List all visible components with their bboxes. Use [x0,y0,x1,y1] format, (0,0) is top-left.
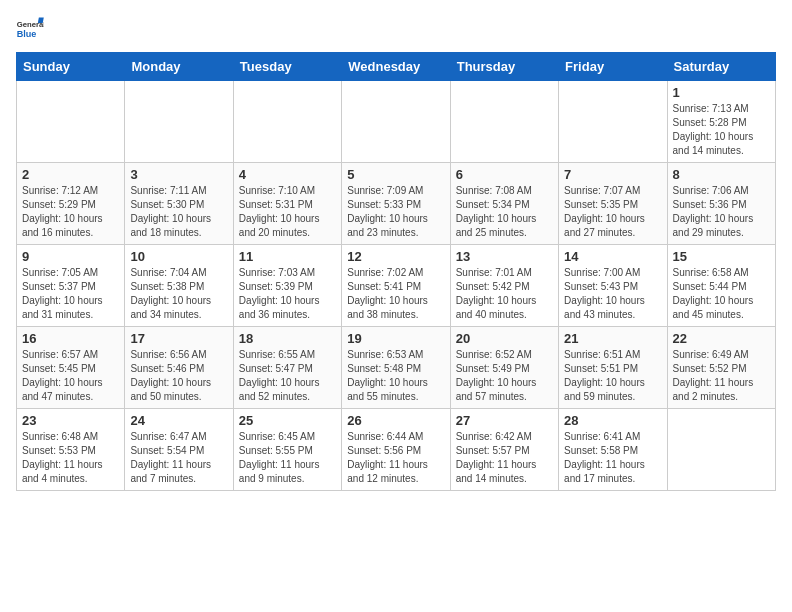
day-number: 23 [22,413,119,428]
week-row-3: 9Sunrise: 7:05 AM Sunset: 5:37 PM Daylig… [17,245,776,327]
day-info: Sunrise: 7:02 AM Sunset: 5:41 PM Dayligh… [347,266,444,322]
col-header-tuesday: Tuesday [233,53,341,81]
calendar-cell: 16Sunrise: 6:57 AM Sunset: 5:45 PM Dayli… [17,327,125,409]
day-number: 19 [347,331,444,346]
day-info: Sunrise: 6:52 AM Sunset: 5:49 PM Dayligh… [456,348,553,404]
day-info: Sunrise: 6:42 AM Sunset: 5:57 PM Dayligh… [456,430,553,486]
day-info: Sunrise: 6:57 AM Sunset: 5:45 PM Dayligh… [22,348,119,404]
day-number: 20 [456,331,553,346]
day-info: Sunrise: 6:56 AM Sunset: 5:46 PM Dayligh… [130,348,227,404]
day-info: Sunrise: 6:41 AM Sunset: 5:58 PM Dayligh… [564,430,661,486]
day-number: 28 [564,413,661,428]
calendar-cell: 6Sunrise: 7:08 AM Sunset: 5:34 PM Daylig… [450,163,558,245]
calendar-cell: 27Sunrise: 6:42 AM Sunset: 5:57 PM Dayli… [450,409,558,491]
day-number: 15 [673,249,770,264]
day-number: 13 [456,249,553,264]
day-info: Sunrise: 7:13 AM Sunset: 5:28 PM Dayligh… [673,102,770,158]
day-info: Sunrise: 7:12 AM Sunset: 5:29 PM Dayligh… [22,184,119,240]
day-number: 21 [564,331,661,346]
day-number: 1 [673,85,770,100]
calendar-cell: 3Sunrise: 7:11 AM Sunset: 5:30 PM Daylig… [125,163,233,245]
day-info: Sunrise: 6:49 AM Sunset: 5:52 PM Dayligh… [673,348,770,404]
calendar-cell: 7Sunrise: 7:07 AM Sunset: 5:35 PM Daylig… [559,163,667,245]
day-info: Sunrise: 7:05 AM Sunset: 5:37 PM Dayligh… [22,266,119,322]
day-number: 24 [130,413,227,428]
calendar-cell: 10Sunrise: 7:04 AM Sunset: 5:38 PM Dayli… [125,245,233,327]
calendar-cell [559,81,667,163]
day-number: 26 [347,413,444,428]
calendar-cell: 19Sunrise: 6:53 AM Sunset: 5:48 PM Dayli… [342,327,450,409]
calendar-cell [450,81,558,163]
calendar-cell [233,81,341,163]
day-info: Sunrise: 6:47 AM Sunset: 5:54 PM Dayligh… [130,430,227,486]
day-number: 25 [239,413,336,428]
week-row-5: 23Sunrise: 6:48 AM Sunset: 5:53 PM Dayli… [17,409,776,491]
day-number: 27 [456,413,553,428]
calendar-cell: 24Sunrise: 6:47 AM Sunset: 5:54 PM Dayli… [125,409,233,491]
calendar-cell: 15Sunrise: 6:58 AM Sunset: 5:44 PM Dayli… [667,245,775,327]
calendar-cell: 2Sunrise: 7:12 AM Sunset: 5:29 PM Daylig… [17,163,125,245]
week-row-4: 16Sunrise: 6:57 AM Sunset: 5:45 PM Dayli… [17,327,776,409]
day-info: Sunrise: 6:45 AM Sunset: 5:55 PM Dayligh… [239,430,336,486]
svg-text:Blue: Blue [17,29,37,39]
day-number: 9 [22,249,119,264]
calendar-cell: 18Sunrise: 6:55 AM Sunset: 5:47 PM Dayli… [233,327,341,409]
day-info: Sunrise: 7:07 AM Sunset: 5:35 PM Dayligh… [564,184,661,240]
day-info: Sunrise: 7:04 AM Sunset: 5:38 PM Dayligh… [130,266,227,322]
calendar-cell: 5Sunrise: 7:09 AM Sunset: 5:33 PM Daylig… [342,163,450,245]
calendar-cell: 1Sunrise: 7:13 AM Sunset: 5:28 PM Daylig… [667,81,775,163]
day-number: 14 [564,249,661,264]
day-info: Sunrise: 7:03 AM Sunset: 5:39 PM Dayligh… [239,266,336,322]
calendar-cell: 14Sunrise: 7:00 AM Sunset: 5:43 PM Dayli… [559,245,667,327]
calendar-cell [342,81,450,163]
col-header-monday: Monday [125,53,233,81]
calendar-cell: 12Sunrise: 7:02 AM Sunset: 5:41 PM Dayli… [342,245,450,327]
calendar-cell: 26Sunrise: 6:44 AM Sunset: 5:56 PM Dayli… [342,409,450,491]
day-info: Sunrise: 6:48 AM Sunset: 5:53 PM Dayligh… [22,430,119,486]
day-info: Sunrise: 7:09 AM Sunset: 5:33 PM Dayligh… [347,184,444,240]
calendar-cell: 9Sunrise: 7:05 AM Sunset: 5:37 PM Daylig… [17,245,125,327]
day-number: 12 [347,249,444,264]
day-info: Sunrise: 6:55 AM Sunset: 5:47 PM Dayligh… [239,348,336,404]
logo: General Blue [16,16,44,44]
week-row-2: 2Sunrise: 7:12 AM Sunset: 5:29 PM Daylig… [17,163,776,245]
day-number: 5 [347,167,444,182]
day-info: Sunrise: 7:00 AM Sunset: 5:43 PM Dayligh… [564,266,661,322]
day-info: Sunrise: 7:10 AM Sunset: 5:31 PM Dayligh… [239,184,336,240]
calendar-cell: 25Sunrise: 6:45 AM Sunset: 5:55 PM Dayli… [233,409,341,491]
day-number: 4 [239,167,336,182]
day-info: Sunrise: 7:06 AM Sunset: 5:36 PM Dayligh… [673,184,770,240]
col-header-thursday: Thursday [450,53,558,81]
col-header-wednesday: Wednesday [342,53,450,81]
header-row: SundayMondayTuesdayWednesdayThursdayFrid… [17,53,776,81]
col-header-saturday: Saturday [667,53,775,81]
calendar-cell: 21Sunrise: 6:51 AM Sunset: 5:51 PM Dayli… [559,327,667,409]
day-info: Sunrise: 7:01 AM Sunset: 5:42 PM Dayligh… [456,266,553,322]
calendar-cell: 20Sunrise: 6:52 AM Sunset: 5:49 PM Dayli… [450,327,558,409]
day-info: Sunrise: 6:53 AM Sunset: 5:48 PM Dayligh… [347,348,444,404]
week-row-1: 1Sunrise: 7:13 AM Sunset: 5:28 PM Daylig… [17,81,776,163]
day-number: 7 [564,167,661,182]
day-number: 3 [130,167,227,182]
day-info: Sunrise: 6:58 AM Sunset: 5:44 PM Dayligh… [673,266,770,322]
svg-marker-2 [38,17,44,23]
calendar-table: SundayMondayTuesdayWednesdayThursdayFrid… [16,52,776,491]
day-number: 22 [673,331,770,346]
calendar-cell: 11Sunrise: 7:03 AM Sunset: 5:39 PM Dayli… [233,245,341,327]
col-header-sunday: Sunday [17,53,125,81]
calendar-cell: 8Sunrise: 7:06 AM Sunset: 5:36 PM Daylig… [667,163,775,245]
logo-icon: General Blue [16,16,44,44]
day-number: 18 [239,331,336,346]
calendar-cell: 4Sunrise: 7:10 AM Sunset: 5:31 PM Daylig… [233,163,341,245]
col-header-friday: Friday [559,53,667,81]
calendar-cell [125,81,233,163]
day-number: 10 [130,249,227,264]
calendar-cell: 17Sunrise: 6:56 AM Sunset: 5:46 PM Dayli… [125,327,233,409]
day-number: 16 [22,331,119,346]
day-info: Sunrise: 6:44 AM Sunset: 5:56 PM Dayligh… [347,430,444,486]
calendar-cell: 28Sunrise: 6:41 AM Sunset: 5:58 PM Dayli… [559,409,667,491]
day-info: Sunrise: 6:51 AM Sunset: 5:51 PM Dayligh… [564,348,661,404]
page-header: General Blue [16,16,776,44]
calendar-cell [17,81,125,163]
day-info: Sunrise: 7:11 AM Sunset: 5:30 PM Dayligh… [130,184,227,240]
